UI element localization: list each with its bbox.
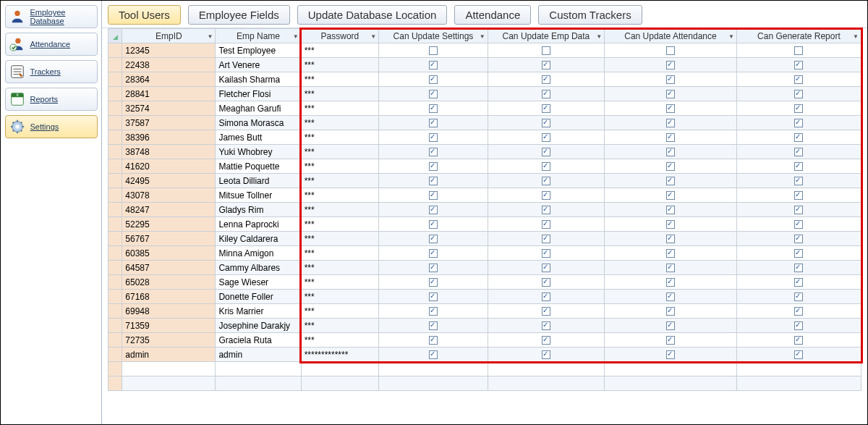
cell-password[interactable]: *** (301, 232, 379, 246)
cell-empname[interactable]: Test Employee (216, 43, 301, 58)
cell-password[interactable]: ************* (301, 348, 379, 362)
cell-empty[interactable] (216, 362, 301, 376)
cell-password[interactable]: *** (301, 290, 379, 304)
checkbox-can_update_attendance[interactable] (666, 148, 675, 156)
checkbox-can_generate_report[interactable] (794, 278, 803, 287)
cell-can_update_attendance[interactable] (605, 290, 737, 304)
checkbox-can_update_settings[interactable] (429, 104, 438, 113)
checkbox-can_update_emp_data[interactable] (542, 321, 550, 330)
checkbox-can_update_emp_data[interactable] (542, 46, 550, 55)
checkbox-can_update_emp_data[interactable] (542, 264, 550, 272)
cell-can_update_emp_data[interactable] (488, 217, 604, 232)
checkbox-can_generate_report[interactable] (794, 206, 803, 214)
cell-empname[interactable]: Cammy Albares (216, 261, 301, 275)
column-header-empname[interactable]: Emp Name▼ (216, 29, 301, 43)
chevron-down-icon[interactable]: ▼ (370, 33, 376, 39)
checkbox-can_update_attendance[interactable] (666, 104, 675, 113)
cell-can_update_attendance[interactable] (605, 319, 737, 333)
cell-password[interactable]: *** (301, 159, 379, 174)
cell-can_generate_report[interactable] (736, 217, 861, 232)
sidebar-item-reports[interactable]: XReports (5, 88, 98, 111)
cell-empid[interactable]: 41620 (122, 159, 216, 174)
row-header[interactable] (109, 72, 122, 87)
cell-empname[interactable]: Graciela Ruta (216, 333, 301, 348)
checkbox-can_generate_report[interactable] (794, 46, 803, 55)
cell-can_update_emp_data[interactable] (488, 232, 604, 246)
cell-can_update_settings[interactable] (379, 232, 488, 246)
checkbox-can_update_attendance[interactable] (666, 119, 675, 127)
row-header[interactable] (109, 348, 122, 362)
row-header[interactable] (109, 116, 122, 130)
checkbox-can_update_settings[interactable] (429, 133, 438, 142)
cell-can_update_attendance[interactable] (605, 43, 737, 58)
cell-can_update_emp_data[interactable] (488, 333, 604, 348)
row-header[interactable] (109, 145, 122, 159)
sidebar-item-trackers[interactable]: Trackers (5, 60, 98, 83)
checkbox-can_update_attendance[interactable] (666, 162, 675, 171)
cell-can_update_attendance[interactable] (605, 159, 737, 174)
checkbox-can_generate_report[interactable] (794, 220, 803, 229)
cell-can_update_settings[interactable] (379, 217, 488, 232)
checkbox-can_update_settings[interactable] (429, 162, 438, 171)
cell-can_generate_report[interactable] (736, 72, 861, 87)
cell-password[interactable]: *** (301, 304, 379, 319)
cell-empty[interactable] (605, 362, 737, 376)
cell-can_update_attendance[interactable] (605, 145, 737, 159)
column-header-password[interactable]: Password▼ (301, 29, 379, 43)
cell-password[interactable]: *** (301, 174, 379, 188)
cell-can_update_attendance[interactable] (605, 217, 737, 232)
checkbox-can_update_emp_data[interactable] (542, 220, 550, 229)
cell-can_generate_report[interactable] (736, 159, 861, 174)
cell-empname[interactable]: Art Venere (216, 58, 301, 72)
sidebar-item-settings[interactable]: Settings (5, 115, 98, 138)
grid-select-all[interactable]: ◢ (109, 29, 122, 43)
cell-can_update_emp_data[interactable] (488, 246, 604, 261)
cell-can_generate_report[interactable] (736, 101, 861, 116)
checkbox-can_generate_report[interactable] (794, 191, 803, 200)
cell-can_update_settings[interactable] (379, 174, 488, 188)
checkbox-can_update_attendance[interactable] (666, 350, 675, 359)
checkbox-can_update_settings[interactable] (429, 336, 438, 345)
cell-empid[interactable]: 38396 (122, 130, 216, 145)
row-header[interactable] (109, 174, 122, 188)
cell-password[interactable]: *** (301, 116, 379, 130)
cell-can_update_settings[interactable] (379, 116, 488, 130)
cell-password[interactable]: *** (301, 87, 379, 101)
cell-can_update_settings[interactable] (379, 304, 488, 319)
cell-can_update_emp_data[interactable] (488, 275, 604, 290)
row-header[interactable] (109, 188, 122, 203)
cell-empname[interactable]: Donette Foller (216, 290, 301, 304)
row-header[interactable] (109, 376, 122, 391)
checkbox-can_update_emp_data[interactable] (542, 307, 550, 316)
cell-empname[interactable]: Josephine Darakjy (216, 319, 301, 333)
cell-can_generate_report[interactable] (736, 43, 861, 58)
checkbox-can_update_emp_data[interactable] (542, 350, 550, 359)
checkbox-can_generate_report[interactable] (794, 90, 803, 98)
cell-empty[interactable] (301, 362, 379, 376)
cell-empid[interactable]: admin (122, 348, 216, 362)
column-header-can_update_settings[interactable]: Can Update Settings▼ (379, 29, 488, 43)
cell-empty[interactable] (488, 362, 604, 376)
checkbox-can_update_emp_data[interactable] (542, 336, 550, 345)
cell-can_update_settings[interactable] (379, 203, 488, 217)
cell-empty[interactable] (379, 362, 488, 376)
row-header[interactable] (109, 130, 122, 145)
checkbox-can_update_settings[interactable] (429, 307, 438, 316)
cell-can_update_settings[interactable] (379, 43, 488, 58)
cell-can_update_emp_data[interactable] (488, 174, 604, 188)
cell-empname[interactable]: Leota Dilliard (216, 174, 301, 188)
cell-can_update_emp_data[interactable] (488, 159, 604, 174)
checkbox-can_update_attendance[interactable] (666, 220, 675, 229)
column-header-empid[interactable]: EmpID▼ (122, 29, 216, 43)
cell-can_generate_report[interactable] (736, 304, 861, 319)
toolbar-button-custom-trackers[interactable]: Custom Trackers (538, 5, 642, 25)
row-header[interactable] (109, 43, 122, 58)
row-header[interactable] (109, 275, 122, 290)
row-header[interactable] (109, 290, 122, 304)
checkbox-can_generate_report[interactable] (794, 133, 803, 142)
cell-can_update_attendance[interactable] (605, 101, 737, 116)
cell-can_update_settings[interactable] (379, 101, 488, 116)
cell-can_update_attendance[interactable] (605, 58, 737, 72)
cell-can_generate_report[interactable] (736, 116, 861, 130)
cell-empname[interactable]: Gladys Rim (216, 203, 301, 217)
